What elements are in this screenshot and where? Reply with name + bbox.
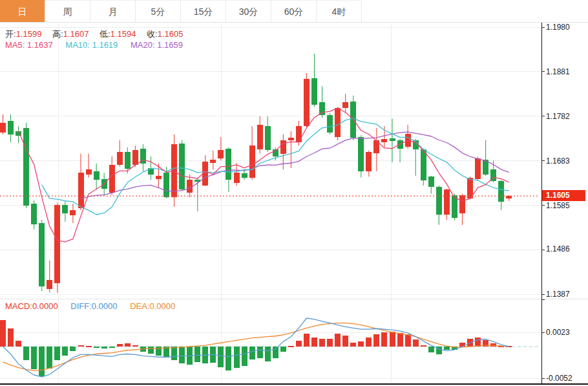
macd-bar	[109, 347, 115, 348]
macd-bar	[39, 347, 45, 376]
macd-bar	[125, 343, 131, 347]
macd-histogram	[0, 320, 512, 376]
macd-bar	[397, 333, 403, 347]
candle-body	[249, 145, 255, 177]
high-value: 1.1607	[63, 29, 89, 39]
candle	[39, 220, 45, 291]
macd-bar	[444, 347, 450, 350]
macd-bar	[280, 347, 286, 352]
candle-body	[288, 138, 294, 140]
candle	[428, 176, 434, 194]
candle	[23, 123, 29, 208]
macd-bar	[0, 320, 6, 347]
candle-body	[366, 152, 372, 171]
kline-chart-window: 日 周 月 5分 15分 30分 60分 4时 开:1.1599 高:1.160…	[0, 0, 588, 386]
candle	[311, 54, 317, 107]
candle-body	[444, 189, 450, 215]
candle	[381, 126, 387, 147]
candle-body	[156, 176, 162, 179]
open-value: 1.1599	[16, 29, 42, 39]
macd-bar	[242, 347, 247, 366]
candle-body	[187, 180, 193, 193]
candle	[249, 126, 255, 180]
tab-60min[interactable]: 60分	[271, 0, 317, 22]
ma10-value: 1.1619	[92, 40, 118, 50]
macd-bar	[132, 345, 138, 347]
candle	[390, 118, 395, 162]
candle-body	[39, 223, 45, 286]
candle	[218, 137, 224, 160]
current-price-badge: 1.1605	[542, 190, 585, 201]
macd-bar	[94, 347, 100, 348]
candle-body	[390, 138, 395, 140]
candle-body	[86, 169, 92, 175]
candle	[86, 154, 92, 178]
macd-bar	[257, 347, 263, 358]
candle	[358, 135, 364, 177]
tab-day[interactable]: 日	[0, 0, 45, 22]
candle-body	[311, 78, 317, 105]
candle	[459, 194, 465, 225]
tab-5min[interactable]: 5分	[136, 0, 181, 22]
macd-bar	[218, 347, 224, 367]
macd-bar	[226, 347, 231, 370]
low-value: 1.1594	[110, 29, 136, 39]
candle	[210, 151, 216, 169]
candle-body	[296, 126, 302, 142]
candle-body	[428, 177, 434, 186]
candle	[94, 164, 100, 189]
close-value: 1.1605	[158, 29, 184, 39]
macd-bar	[23, 347, 29, 360]
candle-body	[327, 115, 333, 133]
candle-body	[218, 150, 224, 158]
candle	[226, 147, 231, 192]
candle	[54, 203, 60, 293]
candle	[444, 189, 450, 220]
candle	[202, 155, 208, 186]
candle-body	[335, 108, 341, 137]
macd-value-legend: MACD:0.0000	[5, 301, 58, 311]
tab-month[interactable]: 月	[90, 0, 136, 22]
macd-bar	[373, 334, 379, 347]
diff-value-legend: DIFF:0.0000	[70, 301, 117, 311]
candle-body	[467, 178, 473, 198]
candle-body	[47, 280, 52, 289]
candle-body	[54, 205, 60, 283]
price-axis-label: 1.1881	[546, 67, 570, 76]
candle-body	[179, 144, 185, 189]
candle-body	[62, 205, 68, 213]
candle	[373, 128, 379, 171]
candle-body	[436, 187, 442, 215]
macd-bar	[31, 347, 37, 369]
candle-body	[242, 173, 247, 178]
tab-week[interactable]: 周	[45, 0, 90, 22]
tab-4hour[interactable]: 4时	[317, 0, 362, 22]
price-macd-chart-canvas[interactable]	[0, 0, 588, 386]
macd-bar	[358, 341, 364, 347]
macd-bar	[148, 347, 154, 354]
tab-30min[interactable]: 30分	[226, 0, 271, 22]
macd-bar	[381, 332, 387, 347]
candle	[62, 200, 68, 222]
macd-bar	[78, 345, 84, 347]
candle-body	[132, 150, 138, 165]
candle-body	[23, 128, 29, 206]
open-label: 开:	[5, 29, 16, 39]
candle-body	[94, 171, 100, 180]
macd-bar	[421, 345, 426, 347]
macd-bar	[171, 347, 177, 360]
candle-body	[280, 140, 286, 154]
macd-bar	[179, 347, 185, 363]
candle-body	[8, 121, 14, 134]
candle	[475, 157, 481, 180]
tab-15min[interactable]: 15分	[181, 0, 226, 22]
macd-bar	[194, 347, 200, 362]
ma5-legend: MA5: 1.1637	[5, 40, 53, 50]
candle	[8, 114, 14, 142]
macd-bar	[265, 347, 271, 361]
candle	[257, 116, 263, 154]
candle-body	[506, 196, 512, 198]
price-axis-label: 1.1387	[546, 290, 570, 299]
price-axis-label: 1.1782	[546, 112, 570, 121]
candle-body	[109, 165, 115, 193]
